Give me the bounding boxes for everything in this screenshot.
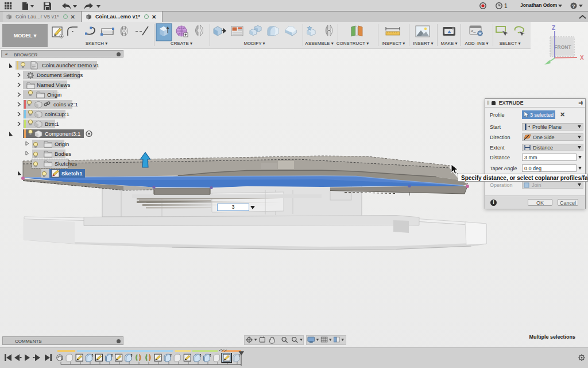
svg-text:Component3:1: Component3:1 xyxy=(45,131,80,137)
svg-text:>_: >_ xyxy=(471,29,476,33)
svg-text:coins v2:1: coins v2:1 xyxy=(53,101,78,108)
svg-text:coinCup:1: coinCup:1 xyxy=(45,111,69,117)
svg-text:Z: Z xyxy=(552,25,555,31)
svg-text:Document Settings: Document Settings xyxy=(37,72,83,78)
svg-text:Btm:1: Btm:1 xyxy=(45,121,59,127)
svg-text:?: ? xyxy=(572,3,575,9)
svg-text:Sketches: Sketches xyxy=(55,160,77,167)
svg-text:Origin: Origin xyxy=(55,141,69,147)
svg-text:Origin: Origin xyxy=(47,91,61,98)
svg-text:Named Views: Named Views xyxy=(37,82,71,88)
svg-text:Bodies: Bodies xyxy=(55,151,71,157)
svg-text:Sketch1: Sketch1 xyxy=(61,170,83,177)
svg-text:FRONT: FRONT xyxy=(554,44,571,50)
svg-text:X: X xyxy=(580,55,584,61)
svg-text:CoinLauncher Demo v1: CoinLauncher Demo v1 xyxy=(42,62,99,68)
svg-text:1: 1 xyxy=(504,3,508,9)
